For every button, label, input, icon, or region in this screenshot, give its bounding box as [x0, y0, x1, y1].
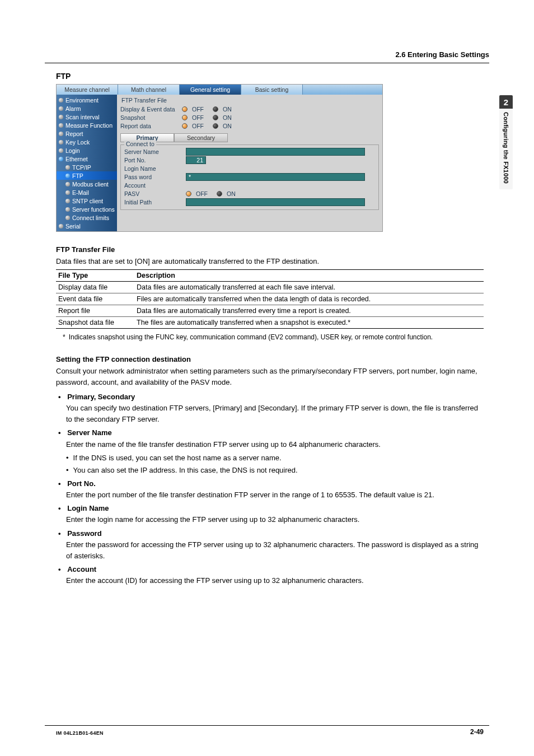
- nav-server-functions[interactable]: Server functions: [57, 205, 117, 213]
- chapter-label: Configuring the FX1000: [499, 109, 513, 189]
- nav-label: TCP/IP: [72, 164, 91, 171]
- nav-measure-function[interactable]: Measure Function: [57, 121, 117, 129]
- nav-login[interactable]: Login: [57, 146, 117, 155]
- password-input[interactable]: *: [186, 173, 365, 181]
- radio-off-icon[interactable]: [182, 115, 188, 120]
- tab-measure-channel[interactable]: Measure channel: [57, 85, 118, 95]
- nav-modbus-client[interactable]: Modbus client: [57, 180, 117, 188]
- th-file-type: File Type: [56, 270, 134, 282]
- field-label: PASV: [124, 190, 184, 197]
- conn-item-port: Port No. Enter the port number of the fi…: [58, 478, 484, 501]
- nav-ethernet[interactable]: Ethernet: [57, 155, 117, 163]
- nav-key-lock[interactable]: Key Lock: [57, 138, 117, 146]
- settings-panel: FTP Transfer File Display & Event data O…: [117, 95, 382, 231]
- connect-to-fieldset: Connect to Server Name Port No. 21 Login…: [120, 144, 379, 210]
- chapter-side-tab: 2 Configuring the FX1000: [499, 95, 513, 274]
- table-row: Snapshot data fileThe files are automati…: [56, 317, 484, 329]
- nav-label: Report: [65, 130, 83, 137]
- nav-ftp[interactable]: FTP: [57, 171, 117, 180]
- field-label: Pass word: [124, 174, 184, 180]
- top-tabs: Measure channel Math channel General set…: [57, 85, 382, 95]
- radio-off-label: OFF: [196, 190, 208, 197]
- nav-label: Key Lock: [65, 139, 90, 146]
- nav-alarm[interactable]: Alarm: [57, 104, 117, 113]
- radio-off-icon[interactable]: [182, 123, 188, 129]
- nav-label: FTP: [72, 172, 83, 179]
- bullet-icon: [65, 174, 70, 178]
- item-title: Account: [67, 565, 96, 573]
- th-description: Description: [134, 270, 484, 282]
- bullet-icon: [65, 182, 70, 186]
- radio-on-icon[interactable]: [213, 115, 218, 120]
- conn-item-primary-secondary: Primary, Secondary You can specify two d…: [58, 391, 484, 425]
- nav-serial[interactable]: Serial: [57, 222, 117, 230]
- subtab-secondary[interactable]: Secondary: [174, 133, 228, 142]
- sub-item: You can also set the IP address. In this…: [66, 465, 484, 476]
- bullet-icon: [59, 157, 63, 161]
- chapter-number: 2: [499, 95, 513, 109]
- row-report-data: Report data OFF ON: [120, 122, 379, 130]
- transfer-table: File Type Description Display data fileD…: [56, 269, 484, 329]
- radio-on-label: ON: [227, 190, 236, 197]
- radio-on-icon[interactable]: [213, 106, 218, 112]
- row-snapshot: Snapshot OFF ON: [120, 113, 379, 122]
- nav-sntp-client[interactable]: SNTP client: [57, 197, 117, 205]
- conn-items: Primary, Secondary You can specify two d…: [58, 391, 484, 586]
- bullet-icon: [59, 224, 63, 228]
- conn-item-server-name: Server Name Enter the name of the file t…: [58, 427, 484, 476]
- tab-general-setting[interactable]: General setting: [180, 85, 241, 95]
- port-input[interactable]: 21: [186, 156, 206, 164]
- item-desc: Enter the port number of the file transf…: [66, 489, 484, 501]
- radio-off-icon[interactable]: [182, 106, 188, 112]
- radio-on-label: ON: [223, 114, 232, 121]
- nav-label: Environment: [65, 97, 99, 104]
- initial-path-input[interactable]: [186, 198, 365, 206]
- bullet-icon: [59, 115, 63, 119]
- radio-on-label: ON: [223, 123, 232, 129]
- bullet-icon: [65, 199, 70, 203]
- radio-on-icon[interactable]: [213, 123, 218, 129]
- item-desc: You can specify two destination FTP serv…: [66, 403, 484, 425]
- tab-basic-setting[interactable]: Basic setting: [241, 85, 303, 95]
- nav-connect-limits[interactable]: Connect limits: [57, 213, 117, 222]
- nav-tcpip[interactable]: TCP/IP: [57, 163, 117, 171]
- radio-on-label: ON: [223, 106, 232, 113]
- bullet-icon: [59, 123, 63, 128]
- footer-page: 2-49: [470, 728, 484, 736]
- transfer-intro: Data files that are set to [ON] are auto…: [56, 256, 484, 267]
- cell: The files are automatically transferred …: [134, 317, 484, 329]
- radio-off-label: OFF: [192, 123, 204, 129]
- conn-item-password: Password Enter the password for accessin…: [58, 528, 484, 562]
- section-title: FTP: [56, 72, 484, 81]
- radio-on-icon[interactable]: [217, 191, 222, 197]
- item-title: Port No.: [67, 479, 96, 488]
- item-sublist: If the DNS is used, you can set the host…: [66, 452, 484, 476]
- bullet-icon: [59, 98, 63, 102]
- page-content: FTP Measure channel Math channel General…: [56, 72, 484, 589]
- nav-label: Scan interval: [65, 114, 100, 120]
- item-desc: Enter the account (ID) for accessing the…: [66, 575, 484, 586]
- radio-off-icon[interactable]: [186, 191, 191, 197]
- nav-report[interactable]: Report: [57, 129, 117, 138]
- tab-math-channel[interactable]: Math channel: [118, 85, 180, 95]
- sub-item: If the DNS is used, you can set the host…: [66, 452, 484, 464]
- row-account: Account: [124, 181, 375, 189]
- row-display-event: Display & Event data OFF ON: [120, 105, 379, 113]
- row-label: Report data: [120, 123, 180, 129]
- table-row: Report fileData files are automatically …: [56, 305, 484, 317]
- bullet-icon: [65, 216, 70, 220]
- nav-email[interactable]: E-Mail: [57, 188, 117, 197]
- nav-label: E-Mail: [72, 189, 89, 196]
- nav-scan-interval[interactable]: Scan interval: [57, 113, 117, 121]
- row-port: Port No. 21: [124, 156, 375, 164]
- nav-environment[interactable]: Environment: [57, 96, 117, 104]
- row-password: Pass word *: [124, 172, 375, 181]
- rule-bottom: [45, 725, 489, 726]
- bullet-icon: [65, 190, 70, 195]
- table-row: Event data fileFiles are automatically t…: [56, 293, 484, 305]
- cell: Data files are automatically transferred…: [134, 305, 484, 317]
- nav-label: SNTP client: [72, 198, 103, 204]
- cell: Report file: [56, 305, 134, 317]
- item-desc: Enter the password for accessing the FTP…: [66, 539, 484, 562]
- server-name-input[interactable]: [186, 148, 365, 156]
